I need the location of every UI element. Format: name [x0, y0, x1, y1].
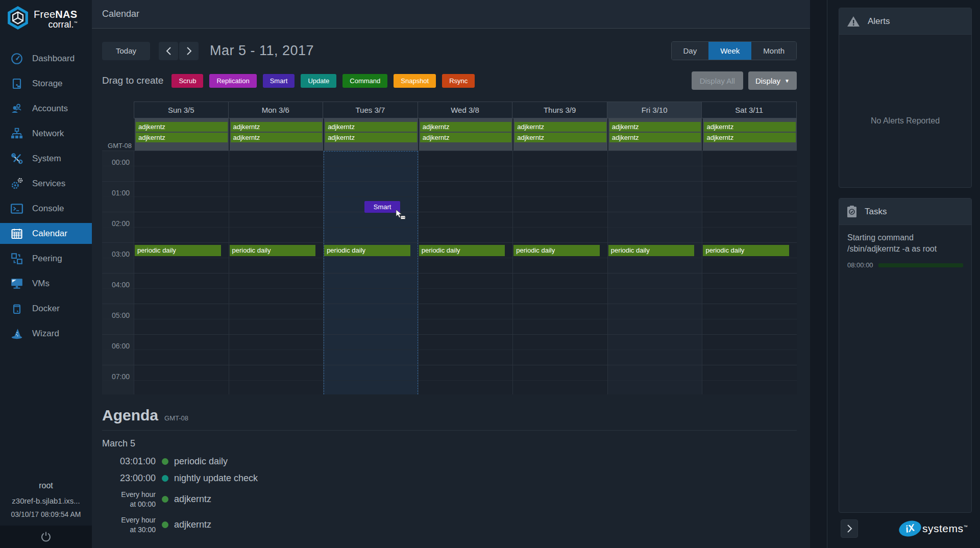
sidebar: FreeNAS corral.™ Dashboard Storage Accou… [0, 0, 92, 548]
day-column-sat[interactable]: periodic daily [702, 151, 797, 394]
sidebar-item-network[interactable]: Network [0, 121, 92, 146]
agenda-event-label[interactable]: periodic daily [174, 456, 228, 467]
sidebar-item-accounts[interactable]: Accounts [0, 96, 92, 121]
event-periodic-daily[interactable]: periodic daily [230, 245, 316, 256]
hour-label: 00:00 [102, 151, 134, 182]
task-item: Starting command /sbin/adjkerntz -a as r… [839, 225, 971, 269]
sidebar-item-services[interactable]: Services [0, 171, 92, 196]
display-dropdown-button[interactable]: Display ▼ [748, 71, 797, 90]
allday-cell-fri[interactable]: adjkerntz adjkerntz [608, 118, 702, 151]
sidebar-item-system[interactable]: System [0, 146, 92, 171]
day-header-fri-today: Fri 3/10 [607, 102, 702, 118]
power-icon[interactable] [40, 531, 52, 543]
chip-replication[interactable]: Replication [209, 74, 256, 88]
drag-to-create-label: Drag to create [102, 75, 163, 86]
sidebar-item-wizard[interactable]: Wizard [0, 321, 92, 346]
event-periodic-daily[interactable]: periodic daily [324, 245, 410, 256]
task-progress-bar [878, 263, 963, 267]
collapse-panel-button[interactable] [841, 519, 858, 538]
sidebar-item-peering[interactable]: Peering [0, 246, 92, 271]
allday-event[interactable]: adjkerntz [609, 122, 701, 132]
sidebar-item-storage[interactable]: Storage [0, 71, 92, 96]
allday-event[interactable]: adjkerntz [420, 122, 512, 132]
event-periodic-daily[interactable]: periodic daily [419, 245, 505, 256]
allday-cell-sat[interactable]: adjkerntz adjkerntz [703, 118, 797, 151]
day-header-sat: Sat 3/11 [702, 102, 797, 118]
allday-event[interactable]: adjkerntz [420, 133, 512, 142]
sidebar-item-dashboard[interactable]: Dashboard [0, 46, 92, 71]
allday-event[interactable]: adjkerntz [514, 122, 606, 132]
day-header-sun: Sun 3/5 [134, 102, 229, 118]
allday-event[interactable]: adjkerntz [704, 122, 796, 132]
day-header-thurs: Thurs 3/9 [512, 102, 607, 118]
view-month-button[interactable]: Month [751, 42, 796, 60]
allday-event[interactable]: adjkerntz [325, 133, 417, 142]
view-day-button[interactable]: Day [672, 42, 709, 60]
sidebar-item-vms[interactable]: VMs [0, 271, 92, 296]
day-column-wed[interactable]: periodic daily [418, 151, 513, 394]
chip-scrub[interactable]: Scrub [172, 74, 203, 88]
display-all-button[interactable]: Display All [692, 71, 743, 90]
allday-cell-thurs[interactable]: adjkerntz adjkerntz [513, 118, 607, 151]
page-title: Calendar [102, 9, 139, 19]
allday-row: GMT-08 adjkerntz adjkerntz adjkerntz adj… [102, 118, 797, 151]
accounts-icon [9, 102, 24, 115]
console-icon [9, 202, 24, 215]
sidebar-item-label: Docker [32, 304, 60, 314]
week-calendar: Sun 3/5 Mon 3/6 Tues 3/7 Wed 3/8 Thurs 3… [102, 102, 797, 394]
allday-event[interactable]: adjkerntz [704, 133, 796, 142]
today-button[interactable]: Today [102, 42, 150, 60]
event-periodic-daily[interactable]: periodic daily [135, 245, 221, 256]
power-strip [0, 526, 92, 548]
sidebar-item-docker[interactable]: Docker [0, 296, 92, 321]
allday-cell-wed[interactable]: adjkerntz adjkerntz [419, 118, 513, 151]
chip-snapshot[interactable]: Snapshot [394, 74, 436, 88]
sidebar-item-calendar[interactable]: Calendar [0, 223, 92, 244]
chip-smart[interactable]: Smart [263, 74, 295, 88]
agenda-date-heading: March 5 [102, 438, 797, 449]
agenda-event-label[interactable]: adjkerntz [174, 519, 211, 530]
agenda-event-label[interactable]: nightly update check [174, 473, 258, 484]
chip-update[interactable]: Update [301, 74, 336, 88]
allday-event[interactable]: adjkerntz [231, 122, 323, 132]
session-info: root z30ref-b.sjlab1.ixs... 03/10/17 08:… [0, 481, 92, 518]
event-periodic-daily[interactable]: periodic daily [513, 245, 600, 256]
hour-label: 04:00 [102, 273, 134, 304]
task-description: Starting command /sbin/adjkerntz -a as r… [847, 232, 963, 254]
allday-event[interactable]: adjkerntz [136, 122, 228, 132]
sidebar-item-console[interactable]: Console [0, 196, 92, 221]
day-column-thurs[interactable]: periodic daily [512, 151, 607, 394]
allday-cell-sun[interactable]: adjkerntz adjkerntz [135, 118, 229, 151]
allday-cell-tues[interactable]: adjkerntz adjkerntz [324, 118, 418, 151]
allday-event[interactable]: adjkerntz [325, 122, 417, 132]
next-week-button[interactable] [179, 42, 199, 60]
agenda-timezone: GMT-08 [164, 414, 188, 422]
event-periodic-daily[interactable]: periodic daily [703, 245, 789, 256]
services-icon [9, 177, 24, 190]
allday-event[interactable]: adjkerntz [514, 133, 606, 142]
agenda-row: Every hour at 00:00 adjkerntz [102, 490, 797, 509]
tasks-clipboard-icon [846, 205, 857, 218]
allday-event[interactable]: adjkerntz [609, 133, 701, 142]
tasks-panel: Tasks Starting command /sbin/adjkerntz -… [839, 198, 972, 513]
event-smart-dragging[interactable]: Smart [364, 201, 400, 213]
day-column-mon[interactable]: periodic daily [229, 151, 324, 394]
day-column-tues-selected[interactable]: Smart periodic daily [323, 151, 418, 394]
sidebar-item-label: System [32, 154, 61, 164]
day-column-sun[interactable]: periodic daily [134, 151, 229, 394]
main-content: Calendar Today Mar 5 - 11, 2017 Day Week… [92, 0, 810, 548]
alerts-empty-message: No Alerts Reported [839, 116, 971, 126]
day-column-fri-today[interactable]: periodic daily [607, 151, 702, 394]
chip-rsync[interactable]: Rsync [442, 74, 475, 88]
allday-cell-mon[interactable]: adjkerntz adjkerntz [230, 118, 324, 151]
agenda-event-label[interactable]: adjkerntz [174, 494, 211, 505]
event-periodic-daily[interactable]: periodic daily [608, 245, 695, 256]
prev-week-button[interactable] [159, 42, 178, 60]
allday-event[interactable]: adjkerntz [231, 133, 323, 142]
allday-event[interactable]: adjkerntz [136, 133, 228, 142]
chip-command[interactable]: Command [342, 74, 387, 88]
day-header-mon: Mon 3/6 [229, 102, 324, 118]
agenda-row: Every hour at 30:00 adjkerntz [102, 515, 797, 535]
view-week-button[interactable]: Week [708, 42, 751, 60]
agenda-time: Every hour at 00:00 [102, 490, 156, 509]
